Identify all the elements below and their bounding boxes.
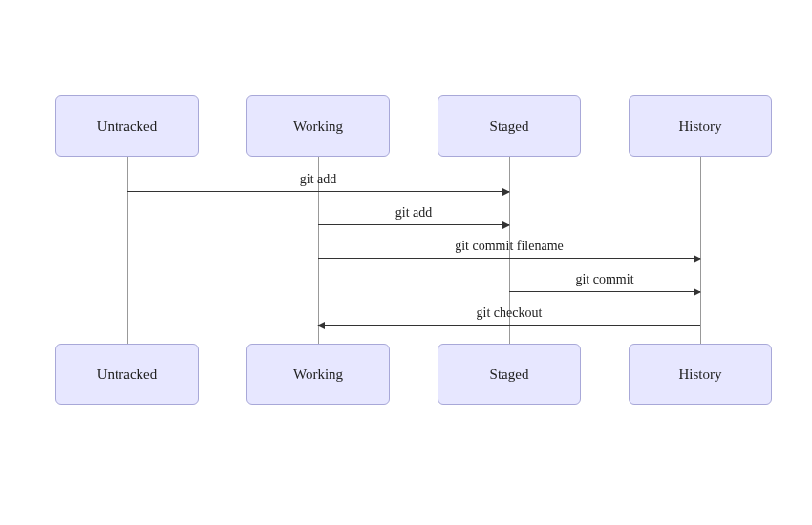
actor-label: Working — [293, 118, 343, 135]
message-label-3: git commit — [509, 272, 700, 287]
message-label-0: git add — [127, 172, 509, 187]
message-label-1: git add — [318, 205, 509, 220]
actor-staged-top: Staged — [438, 95, 581, 157]
actor-history-top: History — [629, 95, 772, 157]
actor-working-top: Working — [246, 95, 390, 157]
message-label-4: git checkout — [318, 305, 700, 321]
actor-history-bottom: History — [629, 344, 772, 405]
message-arrow-1 — [318, 224, 509, 225]
sequence-diagram: UntrackedUntrackedWorkingWorkingStagedSt… — [0, 0, 812, 525]
message-arrow-3 — [509, 291, 700, 292]
message-arrow-0 — [127, 191, 509, 192]
actor-label: Working — [293, 367, 343, 383]
message-arrow-2 — [318, 258, 700, 259]
message-label-2: git commit filename — [318, 239, 700, 254]
actor-untracked-bottom: Untracked — [55, 344, 199, 405]
actor-untracked-top: Untracked — [55, 95, 199, 157]
message-arrow-4 — [318, 325, 700, 326]
actor-staged-bottom: Staged — [438, 344, 581, 405]
actor-label: Staged — [490, 367, 529, 383]
actor-label: Staged — [490, 118, 529, 135]
actor-label: History — [679, 367, 722, 383]
actor-working-bottom: Working — [246, 344, 390, 405]
lifeline-history — [700, 157, 701, 344]
actor-label: Untracked — [97, 118, 157, 135]
actor-label: Untracked — [97, 367, 157, 383]
actor-label: History — [679, 118, 722, 135]
